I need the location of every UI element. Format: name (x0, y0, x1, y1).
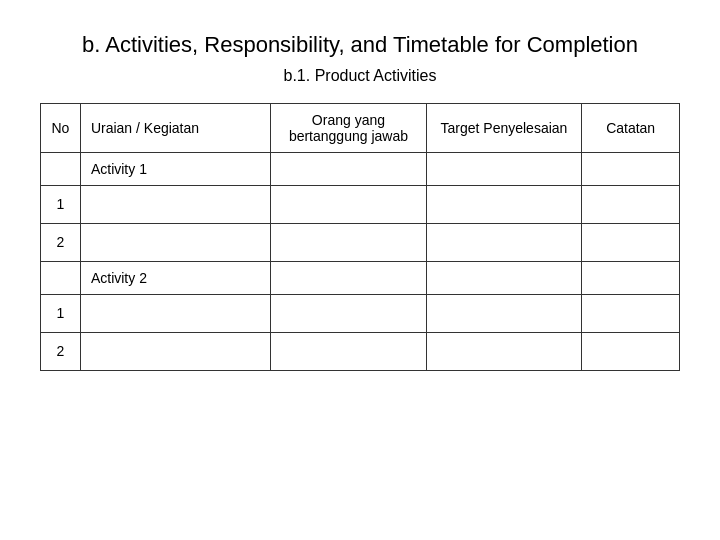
activity-label-orang (271, 152, 426, 185)
row-uraian (80, 223, 270, 261)
row-uraian (80, 294, 270, 332)
table-row: 2 (41, 223, 680, 261)
activity-label-row: Activity 2 (41, 261, 680, 294)
activities-table: No Uraian / Kegiatan Orang yang bertangg… (40, 103, 680, 371)
row-uraian (80, 332, 270, 370)
row-target (426, 223, 582, 261)
row-catatan (582, 223, 680, 261)
header-target: Target Penyelesaian (426, 103, 582, 152)
activity-label-text: Activity 2 (80, 261, 270, 294)
activity-label-catatan (582, 261, 680, 294)
header-uraian: Uraian / Kegiatan (80, 103, 270, 152)
row-orang (271, 294, 426, 332)
row-no: 1 (41, 294, 81, 332)
header-no: No (41, 103, 81, 152)
activity-label-no (41, 261, 81, 294)
activity-label-orang (271, 261, 426, 294)
row-target (426, 185, 582, 223)
row-catatan (582, 294, 680, 332)
activity-label-target (426, 152, 582, 185)
table-row: 1 (41, 294, 680, 332)
activity-label-row: Activity 1 (41, 152, 680, 185)
row-no: 1 (41, 185, 81, 223)
main-title: b. Activities, Responsibility, and Timet… (82, 30, 638, 61)
table-container: No Uraian / Kegiatan Orang yang bertangg… (40, 103, 680, 371)
table-row: 1 (41, 185, 680, 223)
activity-label-catatan (582, 152, 680, 185)
row-catatan (582, 332, 680, 370)
row-no: 2 (41, 332, 81, 370)
table-row: 2 (41, 332, 680, 370)
row-catatan (582, 185, 680, 223)
sub-title: b.1. Product Activities (284, 67, 437, 85)
header-orang: Orang yang bertanggung jawab (271, 103, 426, 152)
row-orang (271, 185, 426, 223)
row-orang (271, 223, 426, 261)
row-target (426, 332, 582, 370)
header-catatan: Catatan (582, 103, 680, 152)
activity-label-text: Activity 1 (80, 152, 270, 185)
activity-label-no (41, 152, 81, 185)
row-target (426, 294, 582, 332)
row-uraian (80, 185, 270, 223)
activity-label-target (426, 261, 582, 294)
row-orang (271, 332, 426, 370)
row-no: 2 (41, 223, 81, 261)
